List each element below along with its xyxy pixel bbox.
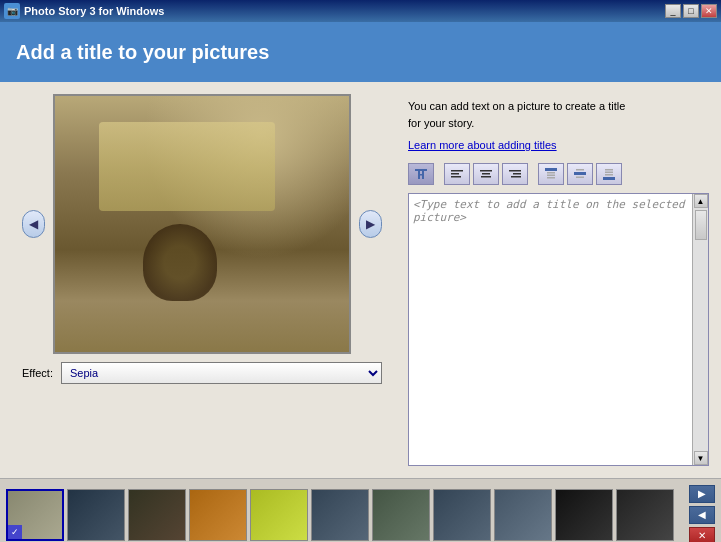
window-header: Add a title to your pictures bbox=[0, 22, 721, 82]
left-panel: ◀ ▶ Effect: No Effect Sepia Black and Wh… bbox=[12, 94, 392, 466]
text-toolbar bbox=[408, 163, 709, 185]
position-middle-button[interactable] bbox=[567, 163, 593, 185]
filmstrip-thumb-5[interactable] bbox=[250, 489, 308, 541]
svg-rect-18 bbox=[574, 172, 586, 175]
svg-rect-13 bbox=[545, 168, 557, 171]
svg-rect-3 bbox=[418, 174, 424, 176]
svg-rect-20 bbox=[605, 169, 613, 171]
svg-rect-14 bbox=[547, 172, 555, 174]
svg-rect-8 bbox=[482, 173, 490, 175]
filmstrip-images: ✓ bbox=[6, 485, 681, 543]
svg-rect-10 bbox=[509, 170, 521, 172]
effect-select[interactable]: No Effect Sepia Black and White Watercol… bbox=[61, 362, 382, 384]
svg-rect-11 bbox=[513, 173, 521, 175]
filmstrip-thumb-7[interactable] bbox=[372, 489, 430, 541]
right-panel: You can add text on a picture to create … bbox=[408, 94, 709, 466]
svg-rect-21 bbox=[605, 172, 613, 174]
svg-rect-16 bbox=[547, 177, 555, 179]
filmstrip-thumb-3[interactable] bbox=[128, 489, 186, 541]
position-top-button[interactable] bbox=[538, 163, 564, 185]
svg-rect-12 bbox=[511, 176, 521, 178]
app-icon: 📷 bbox=[4, 3, 20, 19]
font-button[interactable] bbox=[408, 163, 434, 185]
instruction-text: You can add text on a picture to create … bbox=[408, 98, 709, 131]
learn-more-link[interactable]: Learn more about adding titles bbox=[408, 139, 709, 151]
content-area: ◀ ▶ Effect: No Effect Sepia Black and Wh… bbox=[0, 82, 721, 478]
prev-image-button[interactable]: ◀ bbox=[22, 210, 45, 238]
filmstrip-thumb-9[interactable] bbox=[494, 489, 552, 541]
title-bar-buttons: _ □ ✕ bbox=[665, 4, 717, 18]
scroll-down-arrow[interactable]: ▼ bbox=[694, 451, 708, 465]
filmstrip-delete-button[interactable]: ✕ bbox=[689, 527, 715, 543]
filmstrip-thumb-1[interactable]: ✓ bbox=[6, 489, 64, 541]
minimize-button[interactable]: _ bbox=[665, 4, 681, 18]
filmstrip-controls: ▶ ◀ ✕ bbox=[689, 485, 715, 543]
svg-rect-22 bbox=[605, 174, 613, 176]
svg-rect-5 bbox=[451, 173, 459, 175]
filmstrip-thumb-10[interactable] bbox=[555, 489, 613, 541]
next-image-button[interactable]: ▶ bbox=[359, 210, 382, 238]
filmstrip-area: ✓ ▶ ◀ ✕ bbox=[0, 478, 721, 542]
svg-rect-9 bbox=[481, 176, 491, 178]
filmstrip-thumb-8[interactable] bbox=[433, 489, 491, 541]
filmstrip-back-button[interactable]: ◀ bbox=[689, 506, 715, 524]
effect-row: Effect: No Effect Sepia Black and White … bbox=[22, 362, 382, 384]
svg-rect-15 bbox=[547, 175, 555, 177]
filmstrip-thumb-2[interactable] bbox=[67, 489, 125, 541]
close-button[interactable]: ✕ bbox=[701, 4, 717, 18]
position-bottom-button[interactable] bbox=[596, 163, 622, 185]
svg-rect-23 bbox=[603, 177, 615, 180]
title-text-input[interactable]: <Type text to add a title on the selecte… bbox=[409, 194, 692, 465]
thumb-check-1: ✓ bbox=[8, 525, 22, 539]
image-preview bbox=[53, 94, 350, 354]
filmstrip-thumb-6[interactable] bbox=[311, 489, 369, 541]
maximize-button[interactable]: □ bbox=[683, 4, 699, 18]
scroll-thumb[interactable] bbox=[695, 210, 707, 240]
svg-rect-4 bbox=[451, 170, 463, 172]
align-left-button[interactable] bbox=[444, 163, 470, 185]
scroll-up-arrow[interactable]: ▲ bbox=[694, 194, 708, 208]
align-center-button[interactable] bbox=[473, 163, 499, 185]
svg-rect-17 bbox=[576, 169, 584, 171]
effect-label: Effect: bbox=[22, 367, 53, 379]
preview-image bbox=[55, 96, 348, 352]
svg-rect-6 bbox=[451, 176, 461, 178]
page-title: Add a title to your pictures bbox=[16, 41, 269, 64]
svg-rect-7 bbox=[480, 170, 492, 172]
filmstrip-thumb-11[interactable] bbox=[616, 489, 674, 541]
title-bar-text: Photo Story 3 for Windows bbox=[24, 5, 665, 17]
align-right-button[interactable] bbox=[502, 163, 528, 185]
filmstrip-forward-button[interactable]: ▶ bbox=[689, 485, 715, 503]
title-bar: 📷 Photo Story 3 for Windows _ □ ✕ bbox=[0, 0, 721, 22]
title-text-area-container: <Type text to add a title on the selecte… bbox=[408, 193, 709, 466]
svg-rect-0 bbox=[415, 169, 427, 171]
svg-rect-19 bbox=[576, 177, 584, 179]
filmstrip-thumb-4[interactable] bbox=[189, 489, 247, 541]
text-scrollbar[interactable]: ▲ ▼ bbox=[692, 194, 708, 465]
